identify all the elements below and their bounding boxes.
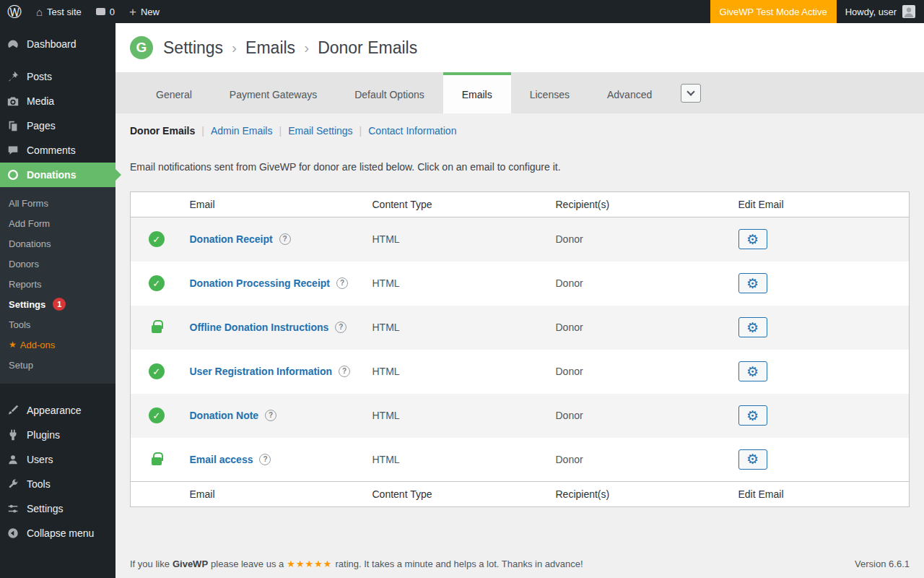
sidebar-item-pages[interactable]: Pages: [0, 113, 116, 138]
sidebar-item-label: Tools: [27, 478, 51, 490]
content-type-value: HTML: [365, 394, 549, 438]
sliders-icon: [6, 501, 20, 516]
submenu-item-donations[interactable]: Donations: [0, 233, 116, 254]
new-label: New: [141, 7, 160, 17]
tab-payment-gateways[interactable]: Payment Gateways: [211, 72, 336, 113]
table-footer-row: Email Content Type Recipient(s) Edit Ema…: [131, 482, 910, 507]
sidebar-item-tools[interactable]: Tools: [0, 472, 116, 496]
recipients-value: Donor: [549, 306, 731, 350]
help-icon[interactable]: ?: [335, 322, 346, 333]
help-icon[interactable]: ?: [259, 454, 271, 465]
separator-pipe: |: [279, 125, 282, 137]
new-content-menu[interactable]: + New: [122, 0, 167, 23]
givewp-logo: G: [130, 36, 153, 59]
tab-emails[interactable]: Emails: [443, 72, 511, 113]
breadcrumb-emails: Emails: [245, 38, 295, 58]
help-icon[interactable]: ?: [339, 366, 350, 377]
edit-email-button[interactable]: ⚙: [738, 317, 767, 337]
collapse-menu-button[interactable]: Collapse menu: [0, 521, 116, 545]
edit-email-button[interactable]: ⚙: [738, 405, 767, 426]
wp-logo-menu[interactable]: Ⓦ: [0, 0, 29, 23]
email-config-link[interactable]: Donation Receipt: [190, 233, 273, 245]
table-row: ✓ Donation Processing Receipt? HTML Dono…: [131, 262, 910, 306]
submenu-item-tools[interactable]: Tools: [0, 314, 116, 335]
givewp-test-mode-badge[interactable]: GiveWP Test Mode Active: [710, 0, 837, 23]
sidebar-item-donations[interactable]: Donations: [0, 163, 116, 187]
givewp-settings-header: G Settings › Emails › Donor Emails: [116, 23, 924, 72]
enabled-icon: ✓: [149, 363, 165, 379]
plug-icon: [6, 428, 20, 442]
tab-general[interactable]: General: [137, 72, 211, 113]
edit-email-button[interactable]: ⚙: [738, 273, 767, 293]
five-stars-icon[interactable]: ★★★★★: [287, 558, 332, 569]
email-config-link[interactable]: User Registration Information: [190, 366, 333, 377]
separator-pipe: |: [359, 125, 362, 137]
sidebar-item-media[interactable]: Media: [0, 89, 116, 113]
pages-icon: [6, 118, 20, 133]
submenu-item-all-forms[interactable]: All Forms: [0, 193, 116, 213]
email-config-link[interactable]: Donation Processing Receipt: [190, 277, 330, 289]
help-icon[interactable]: ?: [279, 233, 291, 245]
tab-advanced[interactable]: Advanced: [588, 72, 671, 113]
edit-email-column-header: Edit Email: [731, 192, 910, 217]
submenu-label: Settings: [9, 299, 45, 310]
plus-icon: +: [129, 6, 136, 18]
account-menu[interactable]: Howdy, user: [837, 5, 924, 18]
screen: Ⓦ ⌂ Test site 0 + New GiveWP Test Mode A…: [0, 0, 924, 578]
sidebar-item-appearance[interactable]: Appearance: [0, 398, 116, 423]
gear-icon: ⚙: [746, 233, 759, 246]
table-header-row: Email Content Type Recipient(s) Edit Ema…: [131, 192, 910, 217]
site-name-menu[interactable]: ⌂ Test site: [29, 0, 89, 23]
submenu-label: Add-ons: [20, 340, 55, 350]
submenu-item-add-form[interactable]: Add Form: [0, 213, 116, 233]
comments-count: 0: [110, 7, 115, 17]
update-count-badge: 1: [53, 298, 66, 311]
tab-default-options[interactable]: Default Options: [336, 72, 443, 113]
subnav-contact-information[interactable]: Contact Information: [368, 125, 456, 137]
site-name-label: Test site: [47, 7, 82, 17]
pushpin-icon: [6, 69, 20, 84]
sidebar-item-plugins[interactable]: Plugins: [0, 423, 116, 447]
sidebar-item-comments[interactable]: Comments: [0, 138, 116, 163]
sidebar-item-dashboard[interactable]: Dashboard: [0, 32, 116, 56]
submenu-item-add-ons[interactable]: ★ Add-ons: [0, 335, 116, 355]
submenu-item-settings[interactable]: Settings 1: [0, 294, 116, 314]
sidebar-item-users[interactable]: Users: [0, 447, 116, 472]
home-icon: ⌂: [36, 7, 43, 17]
status-column-header: [131, 192, 183, 217]
help-icon[interactable]: ?: [265, 410, 276, 421]
admin-footer: If you like GiveWP please leave us a ★★★…: [130, 558, 910, 569]
sidebar-item-settings[interactable]: Settings: [0, 496, 116, 521]
submenu-label: Add Form: [9, 218, 50, 229]
email-config-link[interactable]: Offline Donation Instructions: [190, 322, 329, 333]
subnav-donor-emails[interactable]: Donor Emails: [130, 125, 195, 137]
edit-email-button[interactable]: ⚙: [738, 229, 767, 249]
page-body: Donor Emails | Admin Emails | Email Sett…: [116, 125, 924, 507]
submenu-item-setup[interactable]: Setup: [0, 355, 116, 375]
comments-menu[interactable]: 0: [89, 0, 122, 23]
recipients-value: Donor: [549, 217, 731, 262]
version-label: Version 6.6.1: [855, 558, 910, 569]
submenu-item-reports[interactable]: Reports: [0, 274, 116, 294]
subnav-admin-emails[interactable]: Admin Emails: [211, 125, 273, 137]
gear-icon: ⚙: [746, 452, 759, 466]
subnav-email-settings[interactable]: Email Settings: [288, 125, 352, 137]
submenu-label: Setup: [9, 360, 33, 371]
sidebar-item-posts[interactable]: Posts: [0, 64, 116, 89]
submenu-label: Reports: [9, 279, 42, 290]
submenu-item-donors[interactable]: Donors: [0, 254, 116, 274]
help-icon[interactable]: ?: [336, 277, 348, 289]
more-tabs-button[interactable]: [681, 84, 701, 103]
rating-text: rating. It takes a minute and helps a lo…: [336, 558, 583, 569]
edit-email-button[interactable]: ⚙: [738, 449, 767, 470]
email-config-link[interactable]: Donation Note: [190, 410, 259, 421]
wrench-icon: [6, 477, 20, 491]
tab-licenses[interactable]: Licenses: [511, 72, 588, 113]
gear-icon: ⚙: [746, 321, 759, 335]
edit-email-button[interactable]: ⚙: [738, 361, 767, 381]
sidebar-item-label: Donations: [27, 169, 76, 181]
rating-text: please leave us a: [211, 558, 284, 569]
email-config-link[interactable]: Email access: [190, 454, 253, 465]
user-icon: [6, 452, 20, 467]
content-type-value: HTML: [365, 350, 549, 394]
